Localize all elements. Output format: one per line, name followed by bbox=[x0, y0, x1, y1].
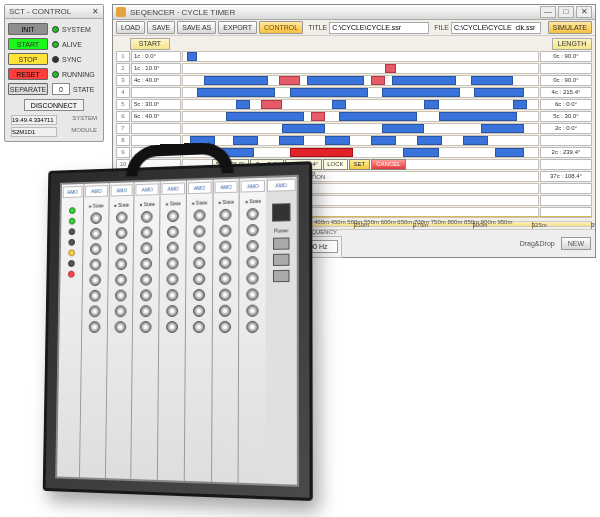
segment[interactable] bbox=[197, 88, 275, 97]
segment[interactable] bbox=[474, 88, 524, 97]
sct-titlebar[interactable]: SCT - CONTROL ✕ bbox=[5, 5, 103, 19]
segment[interactable] bbox=[371, 76, 385, 85]
module-field[interactable] bbox=[11, 127, 57, 137]
new-button[interactable]: NEW bbox=[561, 237, 591, 250]
segment[interactable] bbox=[307, 76, 364, 85]
row-lane[interactable] bbox=[182, 87, 539, 98]
track-row[interactable]: 44c : 215.4° bbox=[116, 87, 592, 98]
track-row[interactable]: 72c : 0.0° bbox=[116, 123, 592, 134]
row-length-cell[interactable]: 2c : 0.0° bbox=[540, 123, 592, 134]
segment[interactable] bbox=[233, 136, 258, 145]
segment[interactable] bbox=[226, 112, 304, 121]
saveas-button[interactable]: SAVE AS bbox=[177, 21, 216, 34]
close-icon[interactable]: ✕ bbox=[92, 5, 99, 18]
save-button[interactable]: SAVE bbox=[147, 21, 175, 34]
init-button[interactable]: INIT bbox=[8, 23, 48, 35]
track-row[interactable]: 21c : 10.0° bbox=[116, 63, 592, 74]
disconnect-button[interactable]: DISCONNECT bbox=[24, 99, 84, 111]
row-length-cell[interactable]: 0c : 90.0° bbox=[540, 51, 592, 62]
segment[interactable] bbox=[439, 112, 517, 121]
segment[interactable] bbox=[290, 148, 354, 157]
row-length-cell[interactable]: 37c : 108.4° bbox=[540, 171, 592, 182]
segment[interactable] bbox=[339, 112, 417, 121]
start-button[interactable]: START bbox=[8, 38, 48, 50]
row-name-cell[interactable]: 4c : 40.0° bbox=[131, 75, 181, 86]
segment[interactable] bbox=[279, 76, 300, 85]
row-length-cell[interactable]: 5c : 30.0° bbox=[540, 111, 592, 122]
segment[interactable] bbox=[311, 112, 325, 121]
segment[interactable] bbox=[481, 124, 524, 133]
segment[interactable] bbox=[325, 136, 350, 145]
length-header[interactable]: LENGTH bbox=[552, 38, 592, 50]
row-length-cell[interactable]: 4c : 215.4° bbox=[540, 87, 592, 98]
title-input[interactable] bbox=[329, 22, 429, 34]
segment[interactable] bbox=[382, 124, 425, 133]
row-name-cell[interactable] bbox=[131, 123, 181, 134]
segment[interactable] bbox=[382, 88, 460, 97]
row-name-cell[interactable]: 1c : 0.0° bbox=[131, 51, 181, 62]
segment[interactable] bbox=[417, 136, 442, 145]
file-input[interactable] bbox=[451, 22, 541, 34]
track-row[interactable]: 55c : 30.0°6c : 0.0° bbox=[116, 99, 592, 110]
sequencer-titlebar[interactable]: SEQENCER · CYCLE TIMER — □ ✕ bbox=[113, 5, 595, 20]
row-lane[interactable] bbox=[182, 99, 539, 110]
segment[interactable] bbox=[471, 76, 514, 85]
row-lane[interactable] bbox=[182, 123, 539, 134]
ip-field[interactable] bbox=[11, 115, 57, 125]
row-lane[interactable] bbox=[182, 147, 539, 158]
cancel-button[interactable]: CANCEL bbox=[371, 159, 405, 170]
export-button[interactable]: EXPORT bbox=[218, 21, 257, 34]
segment[interactable] bbox=[513, 100, 527, 109]
row-lane[interactable] bbox=[182, 111, 539, 122]
bnc-connector-icon bbox=[167, 226, 179, 238]
segment[interactable] bbox=[261, 100, 282, 109]
row-name-cell[interactable] bbox=[131, 87, 181, 98]
segment[interactable] bbox=[385, 64, 396, 73]
segment[interactable] bbox=[282, 124, 325, 133]
segment[interactable] bbox=[371, 136, 396, 145]
lock-toggle[interactable]: LOCK bbox=[323, 159, 347, 170]
row-lane[interactable] bbox=[182, 75, 539, 86]
separate-button[interactable]: SEPARATE bbox=[8, 83, 48, 95]
set-button[interactable]: SET bbox=[349, 159, 371, 170]
row-name-cell[interactable]: 6c : 40.0° bbox=[131, 111, 181, 122]
segment[interactable] bbox=[424, 100, 438, 109]
row-length-cell[interactable] bbox=[540, 183, 592, 194]
power-button[interactable] bbox=[272, 203, 290, 222]
track-row[interactable]: 66c : 40.0°5c : 30.0° bbox=[116, 111, 592, 122]
row-name-cell[interactable]: 1c : 10.0° bbox=[131, 63, 181, 74]
close-icon[interactable]: ✕ bbox=[576, 6, 592, 18]
row-lane[interactable] bbox=[182, 51, 539, 62]
segment[interactable] bbox=[495, 148, 523, 157]
track-row[interactable]: 34c : 40.0°0c : 90.0° bbox=[116, 75, 592, 86]
segment[interactable] bbox=[332, 100, 346, 109]
row-lane[interactable] bbox=[182, 135, 539, 146]
segment[interactable] bbox=[187, 52, 198, 61]
start-header[interactable]: START bbox=[130, 38, 170, 50]
segment[interactable] bbox=[236, 100, 250, 109]
maximize-icon[interactable]: □ bbox=[558, 6, 574, 18]
track-row[interactable]: 11c : 0.0°0c : 90.0° bbox=[116, 51, 592, 62]
row-length-cell[interactable] bbox=[540, 159, 592, 170]
load-button[interactable]: LOAD bbox=[116, 21, 145, 34]
row-length-cell[interactable] bbox=[540, 195, 592, 206]
minimize-icon[interactable]: — bbox=[540, 6, 556, 18]
row-length-cell[interactable]: 0c : 90.0° bbox=[540, 75, 592, 86]
segment[interactable] bbox=[204, 76, 268, 85]
reset-button[interactable]: RESET bbox=[8, 68, 48, 80]
control-button[interactable]: CONTROL bbox=[259, 21, 303, 34]
segment[interactable] bbox=[403, 148, 439, 157]
row-lane[interactable] bbox=[182, 63, 539, 74]
row-length-cell[interactable] bbox=[540, 135, 592, 146]
segment[interactable] bbox=[279, 136, 304, 145]
stop-button[interactable]: STOP bbox=[8, 53, 48, 65]
row-name-cell[interactable]: 5c : 30.0° bbox=[131, 99, 181, 110]
row-length-cell[interactable]: 6c : 0.0° bbox=[540, 99, 592, 110]
row-length-cell[interactable]: 2c : 239.4° bbox=[540, 147, 592, 158]
segment[interactable] bbox=[463, 136, 488, 145]
row-length-cell[interactable] bbox=[540, 63, 592, 74]
bnc-connector-icon bbox=[247, 256, 259, 268]
segment[interactable] bbox=[392, 76, 456, 85]
simulate-button[interactable]: SIMULATE bbox=[548, 21, 593, 34]
segment[interactable] bbox=[290, 88, 368, 97]
